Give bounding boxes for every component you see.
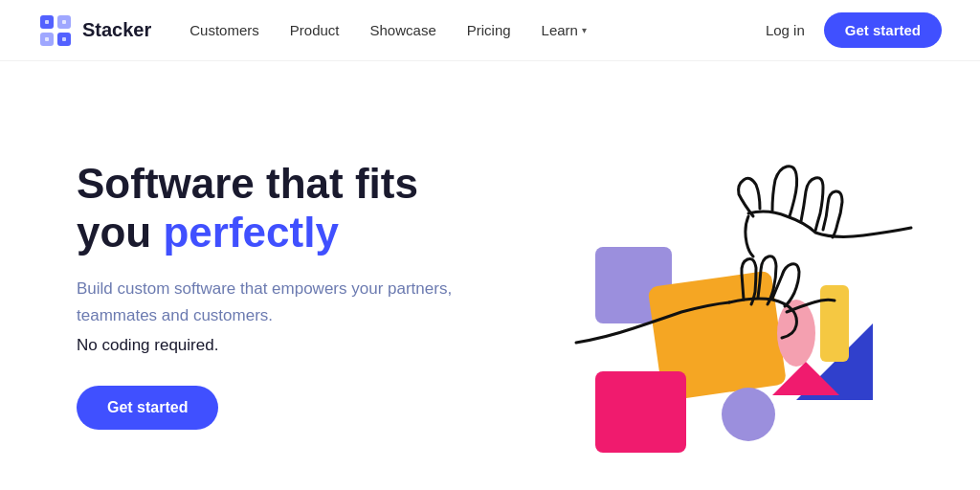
svg-rect-6 — [45, 37, 49, 41]
svg-rect-4 — [45, 20, 49, 24]
nav-learn[interactable]: Learn ▾ — [542, 22, 587, 38]
nav-showcase[interactable]: Showcase — [370, 22, 436, 38]
nav-pricing[interactable]: Pricing — [467, 22, 511, 38]
svg-rect-5 — [62, 20, 66, 24]
hero-illustration — [517, 113, 923, 477]
nav-get-started-button[interactable]: Get started — [824, 12, 942, 48]
stacker-logo-icon — [38, 13, 73, 48]
svg-rect-7 — [62, 37, 66, 41]
nav-customers[interactable]: Customers — [189, 22, 259, 38]
hero-title: Software that fits you perfectly — [77, 160, 479, 256]
nav-links: Customers Product Showcase Pricing Learn… — [189, 22, 766, 38]
nav-actions: Log in Get started — [766, 12, 942, 48]
svg-point-13 — [722, 388, 775, 441]
svg-rect-14 — [820, 285, 849, 362]
hero-content: Software that fits you perfectly Build c… — [77, 160, 479, 430]
svg-rect-12 — [595, 371, 686, 453]
login-link[interactable]: Log in — [766, 22, 805, 38]
hero-get-started-button[interactable]: Get started — [77, 386, 218, 430]
hero-no-coding: No coding required. — [77, 336, 479, 355]
nav-product[interactable]: Product — [290, 22, 340, 38]
logo[interactable]: Stacker — [38, 13, 151, 48]
hero-title-accent: perfectly — [163, 209, 338, 256]
hero-subtitle: Build custom software that empowers your… — [77, 276, 479, 327]
hero-illustration-svg — [519, 132, 921, 457]
navbar: Stacker Customers Product Showcase Prici… — [0, 0, 980, 61]
hero-section: Software that fits you perfectly Build c… — [0, 61, 980, 490]
chevron-down-icon: ▾ — [582, 25, 587, 35]
brand-name: Stacker — [82, 19, 151, 41]
